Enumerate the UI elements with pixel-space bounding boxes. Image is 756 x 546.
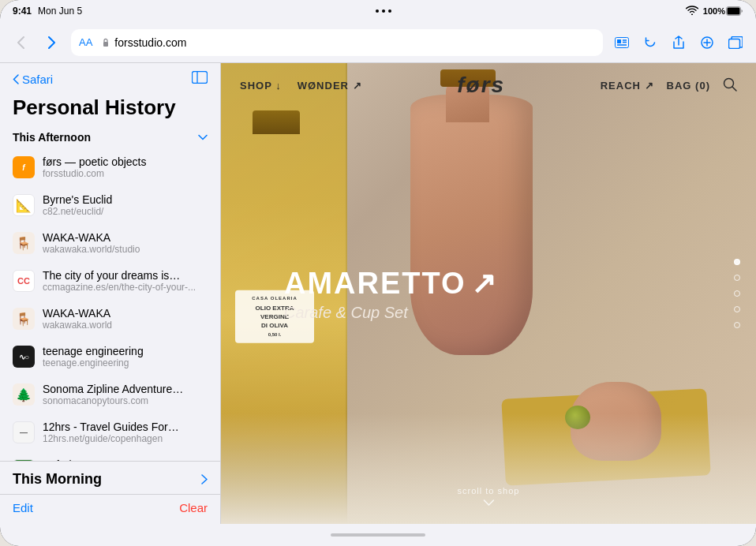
item-url: forsstudio.com <box>43 168 208 179</box>
svg-line-17 <box>732 87 736 91</box>
history-item[interactable]: ∿○ teenage engineering teenage.engineeri… <box>0 338 220 376</box>
reach-nav-link[interactable]: REACH ↗ <box>601 80 654 92</box>
item-title: 12hrs - Travel Guides For… <box>43 421 208 433</box>
favicon-cc: CC <box>13 270 35 292</box>
item-url: teenage.engineering <box>43 357 208 368</box>
search-icon <box>723 77 737 92</box>
search-nav-button[interactable] <box>723 77 737 94</box>
sidebar-layout-button[interactable] <box>192 71 208 88</box>
bag-label: BAG (0) <box>667 80 710 92</box>
history-item[interactable]: CC The city of your dreams is… ccmagazin… <box>0 262 220 300</box>
website-nav: SHOP ↓ WØNDER ↗ førs REACH ↗ BAG (0) <box>221 63 756 107</box>
scroll-dot-3[interactable] <box>734 290 740 297</box>
site-logo[interactable]: førs <box>457 73 505 98</box>
item-title: The city of your dreams is… <box>43 269 208 282</box>
history-item[interactable]: f førs — poetic objects forsstudio.com <box>0 148 220 186</box>
item-url: wakawaka.world/studio <box>43 244 208 255</box>
item-title: teenage engineering <box>43 345 208 357</box>
svg-rect-4 <box>617 39 621 43</box>
home-indicator <box>331 533 425 537</box>
sidebar-header: Safari <box>0 63 220 91</box>
dot3 <box>388 9 391 13</box>
nav-left: SHOP ↓ WØNDER ↗ <box>240 80 362 92</box>
address-bar[interactable]: AA forsstudio.com <box>71 29 603 56</box>
shop-nav-link[interactable]: SHOP ↓ <box>240 80 282 92</box>
favicon-fors: f <box>13 156 35 178</box>
safari-back-label: Safari <box>22 73 53 86</box>
wifi-icon <box>686 6 698 17</box>
this-morning-section[interactable]: This Morning <box>0 461 220 494</box>
history-item[interactable]: 🌲 Sonoma Zipline Adventure… sonomacanopy… <box>0 376 220 413</box>
favicon-euclid: 📐 <box>13 194 35 216</box>
new-tab-button[interactable] <box>694 30 720 55</box>
lock-icon <box>102 38 110 47</box>
item-title: Byrne's Euclid <box>43 193 208 206</box>
chevron-right-icon <box>201 474 208 484</box>
shop-label: SHOP <box>240 80 272 92</box>
favicon-teenage: ∿○ <box>13 346 35 368</box>
scroll-dot-4[interactable] <box>734 306 740 312</box>
status-bar-right: 100% <box>686 6 743 17</box>
item-text: WAKA-WAKA wakawaka.world/studio <box>43 231 208 255</box>
refresh-button[interactable] <box>638 30 663 55</box>
share-button[interactable] <box>666 30 691 55</box>
item-text: Sonoma Zipline Adventure… sonomacanopyto… <box>43 383 208 406</box>
item-title: Sonoma Zipline Adventure… <box>43 383 208 395</box>
favicon-zipline: 🌲 <box>13 383 35 406</box>
aa-button[interactable]: AA <box>79 36 92 48</box>
scroll-to-shop: scroll to shop <box>458 486 520 508</box>
sidebar-title: Personal History <box>0 91 220 126</box>
tabs-button[interactable] <box>723 30 748 55</box>
svg-rect-1 <box>728 8 740 15</box>
website-content: CASA OLEARIA OLIO EXTRAVERGINEDI OLIVA 0… <box>221 63 756 524</box>
hero-title: AMARETTO ↗ <box>284 266 498 301</box>
shop-arrow: ↓ <box>275 80 282 92</box>
svg-rect-11 <box>729 39 740 48</box>
hero-text: AMARETTO ↗ Carafe & Cup Set <box>284 266 498 322</box>
dot1 <box>376 9 379 13</box>
bag-nav-link[interactable]: BAG (0) <box>667 80 710 92</box>
edit-button[interactable]: Edit <box>13 501 33 514</box>
forward-button[interactable] <box>39 30 65 55</box>
history-item[interactable]: — 12hrs - Travel Guides For… 12hrs.net/g… <box>0 413 220 451</box>
svg-rect-2 <box>103 42 108 47</box>
scroll-dot-1[interactable] <box>734 259 740 265</box>
battery-percent: 100% <box>703 6 725 16</box>
dot2 <box>382 9 385 13</box>
item-text: The city of your dreams is… ccmagazine.e… <box>43 269 208 293</box>
item-title: WAKA-WAKA <box>43 307 208 320</box>
wonder-arrow: ↗ <box>353 80 362 92</box>
scroll-dot-5[interactable] <box>734 322 740 328</box>
hero-subtitle: Carafe & Cup Set <box>284 304 498 322</box>
this-morning-label: This Morning <box>13 471 102 488</box>
reach-arrow: ↗ <box>645 80 654 92</box>
favicon-waka2: 🪑 <box>13 308 35 330</box>
chevron-down-icon <box>198 134 208 140</box>
bottom-bar <box>0 524 756 546</box>
ipad-frame: 9:41 Mon Jun 5 100% <box>0 0 756 546</box>
status-bar: 9:41 Mon Jun 5 100% <box>0 0 756 22</box>
item-text: teenage engineering teenage.engineering <box>43 345 208 368</box>
history-item[interactable]: 🪑 WAKA-WAKA wakawaka.world/studio <box>0 224 220 262</box>
browser-toolbar: AA forsstudio.com <box>0 22 756 63</box>
item-title: førs — poetic objects <box>43 155 208 168</box>
clear-button[interactable]: Clear <box>179 501 208 514</box>
back-button[interactable] <box>8 30 33 55</box>
status-day: Mon Jun 5 <box>38 6 82 17</box>
scroll-dots <box>734 259 740 328</box>
history-item[interactable]: 📐 Byrne's Euclid c82.net/euclid/ <box>0 186 220 224</box>
url-display[interactable]: forsstudio.com <box>114 36 186 49</box>
battery-icon: 100% <box>703 6 743 16</box>
scroll-to-shop-label: scroll to shop <box>458 486 520 496</box>
reader-button[interactable] <box>609 30 634 55</box>
wonder-nav-link[interactable]: WØNDER ↗ <box>298 80 362 92</box>
history-item[interactable]: S Safari West safariwest.com <box>0 451 220 461</box>
this-afternoon-header[interactable]: This Afternoon <box>0 126 220 148</box>
safari-back-button[interactable]: Safari <box>13 73 53 86</box>
scroll-chevron-down <box>458 496 520 508</box>
item-title: WAKA-WAKA <box>43 231 208 244</box>
history-item[interactable]: 🪑 WAKA-WAKA wakawaka.world <box>0 300 220 338</box>
scroll-dot-2[interactable] <box>734 275 740 281</box>
item-url: ccmagazine.es/en/the-city-of-your-... <box>43 282 208 293</box>
svg-rect-12 <box>193 72 208 84</box>
